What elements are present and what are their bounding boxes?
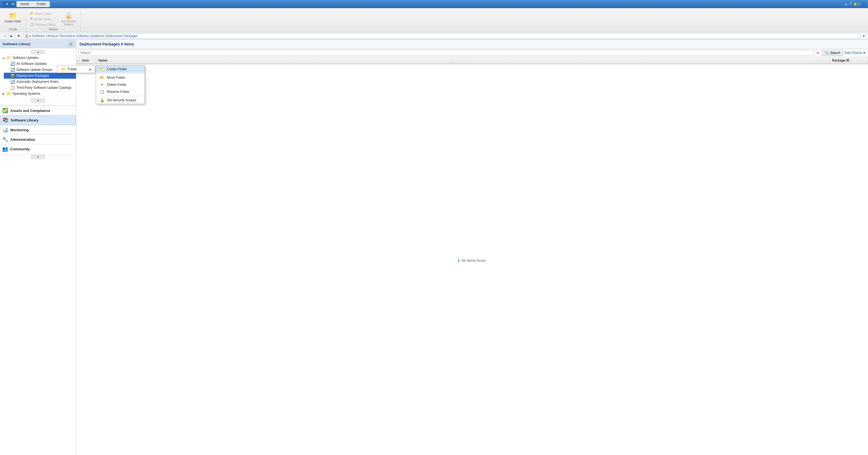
delete-folder-ribbon-label: Delete Folder xyxy=(34,18,52,21)
home-icon: 🏠 xyxy=(25,34,29,38)
search-button[interactable]: 🔍 Search xyxy=(822,50,843,56)
rename-folder-sm-icon: 📋 xyxy=(99,90,105,94)
submenu-set-security-label: Set Security Scopes xyxy=(107,98,136,102)
breadcrumb-software-library[interactable]: Software Library xyxy=(32,34,56,38)
rename-folder-ribbon-button[interactable]: 📋 Rename Folder xyxy=(28,22,58,27)
folder-context-icon: 📁 xyxy=(61,67,66,71)
breadcrumb-overview[interactable]: Overview xyxy=(59,34,73,38)
delete-folder-ribbon-button[interactable]: ✕ Delete Folder xyxy=(28,16,58,22)
search-clear-button[interactable]: ✕ xyxy=(815,50,820,56)
address-bar: ◄ ► ▼ 🏠 ▶ Software Library ▶ Overview ▶ … xyxy=(0,32,868,40)
ribbon-actions-group: 📂 Move Folder ✕ Delete Folder 📋 Rename F… xyxy=(26,9,81,32)
rename-folder-ribbon-icon: 📋 xyxy=(30,23,34,26)
administration-nav-icon: 🔧 xyxy=(2,136,8,143)
all-updates-icon: 🔄 xyxy=(10,62,15,66)
community-nav-icon: 👥 xyxy=(2,146,8,152)
move-folder-ribbon-icon: 📂 xyxy=(30,12,34,15)
address-dropdown-button[interactable]: ▼ xyxy=(16,33,22,39)
submenu-separator-2 xyxy=(96,96,145,96)
create-folder-button[interactable]: 📁 Create Folder xyxy=(2,10,24,24)
tree-scroll-down[interactable]: ▼ xyxy=(31,98,45,103)
rename-folder-ribbon-label: Rename Folder xyxy=(35,23,56,26)
sidebar-nav-software-library[interactable]: 📚 Software Library xyxy=(0,115,76,125)
icon-col-label: Icon xyxy=(82,59,89,62)
sidebar-label-operating-systems: Operating Systems xyxy=(12,92,40,96)
tab-home[interactable]: Home xyxy=(17,1,33,7)
submenu-set-security[interactable]: 🔒 Set Security Scopes xyxy=(96,97,145,104)
sidebar-item-operating-systems[interactable]: ▶ 📁 Operating Systems xyxy=(0,91,76,97)
expand-icon: ▲ xyxy=(845,2,847,6)
create-folder-sm-icon: 📁 xyxy=(99,67,105,71)
sidebar-collapse-button[interactable]: ◄ xyxy=(68,41,73,46)
context-menu-folder-label: Folder xyxy=(68,67,77,71)
column-header-name[interactable]: Name xyxy=(96,57,830,64)
context-menu: 📁 Folder ▶ xyxy=(57,65,95,73)
back-button[interactable]: ◄ xyxy=(2,33,8,39)
submenu-move-folder[interactable]: 📂 Move Folder xyxy=(96,74,145,81)
sidebar-item-software-updates[interactable]: ▲ 📁 Software Updates xyxy=(0,55,76,61)
context-menu-folder[interactable]: 📁 Folder ▶ xyxy=(57,66,95,73)
tree-toggle-software-updates: ▲ xyxy=(2,56,5,59)
search-input[interactable] xyxy=(79,50,814,56)
third-party-icon: 📋 xyxy=(10,86,15,90)
sidebar-nav-community[interactable]: 👥 Community xyxy=(0,144,76,154)
update-groups-icon: 🔄 xyxy=(10,67,15,72)
sidebar-label-third-party-catalogs: Third-Party Software Update Catalogs xyxy=(16,86,71,90)
sidebar-item-automatic-deployment-rules[interactable]: 🔄 Automatic Deployment Rules xyxy=(4,79,76,85)
sidebar-nav-software-library-label: Software Library xyxy=(11,118,39,122)
submenu-rename-folder[interactable]: 📋 Rename Folder xyxy=(96,88,145,95)
submenu-create-folder-label: Create Folder xyxy=(107,67,127,71)
sidebar-nav-assets[interactable]: ✅ Assets and Compliance xyxy=(0,105,76,115)
app-menu-dropdown[interactable]: ▼ xyxy=(2,1,16,7)
software-updates-folder-icon: 📁 xyxy=(6,56,11,60)
nav-scroll-down[interactable]: ▼ xyxy=(31,155,45,159)
move-folder-ribbon-button[interactable]: 📂 Move Folder xyxy=(28,11,58,16)
auto-deployment-icon: 🔄 xyxy=(10,80,15,84)
submenu-delete-folder[interactable]: ✕ Delete Folder xyxy=(96,81,145,88)
sidebar-nav-monitoring[interactable]: 📊 Monitoring xyxy=(0,125,76,134)
create-folder-label: Create Folder xyxy=(5,20,21,23)
submenu-separator-1 xyxy=(96,73,145,73)
delete-folder-ribbon-icon: ✕ xyxy=(30,17,33,21)
sidebar-header: Software Library ◄ xyxy=(0,40,76,48)
column-header-icon[interactable]: Icon xyxy=(80,57,96,64)
submenu: 📁 Create Folder 📂 Move Folder ✕ Delete F… xyxy=(96,65,145,104)
context-menu-arrow: ▶ xyxy=(90,68,92,71)
set-security-scopes-button[interactable]: 🔒 Set SecurityScopes xyxy=(59,10,79,27)
submenu-create-folder[interactable]: 📁 Create Folder xyxy=(96,66,145,73)
sidebar-label-all-software-updates: All Software Updates xyxy=(16,62,47,66)
breadcrumb-expand-button[interactable]: ▼ xyxy=(861,34,866,38)
add-criteria-button[interactable]: Add Criteria ▼ xyxy=(844,51,866,55)
sidebar-nav-administration[interactable]: 🔧 Administration xyxy=(0,134,76,144)
sidebar-label-deployment-packages: Deployment Packages xyxy=(16,74,49,78)
create-folder-icon: 📁 xyxy=(9,12,17,19)
search-icon: 🔍 xyxy=(825,51,829,55)
breadcrumb: 🏠 ▶ Software Library ▶ Overview ▶ Softwa… xyxy=(23,33,860,39)
submenu-move-folder-label: Move Folder xyxy=(107,76,125,80)
deployment-packages-icon: 📦 xyxy=(10,73,15,78)
sidebar-item-deployment-packages[interactable]: 📦 Deployment Packages xyxy=(4,73,76,79)
column-header-package-id[interactable]: Package ID xyxy=(830,57,868,64)
actions-group-label: Actions xyxy=(49,27,58,31)
sidebar-item-third-party-catalogs[interactable]: 📋 Third-Party Software Update Catalogs xyxy=(4,85,76,91)
sidebar-label-automatic-deployment-rules: Automatic Deployment Rules xyxy=(16,80,59,84)
sidebar-title: Software Library xyxy=(3,42,31,46)
delete-folder-sm-icon: ✕ xyxy=(99,83,105,87)
forward-button[interactable]: ► xyxy=(9,33,15,39)
tab-folder[interactable]: Folder xyxy=(33,1,50,7)
set-security-label: Set SecurityScopes xyxy=(61,20,76,26)
monitoring-nav-icon: 📊 xyxy=(2,127,8,133)
create-group-label: Create xyxy=(9,27,17,31)
pkgid-col-label: Package ID xyxy=(832,59,849,62)
notification-icon[interactable]: 🔔 1 xyxy=(854,2,860,6)
actions-buttons: 📂 Move Folder ✕ Delete Folder 📋 Rename F… xyxy=(28,11,58,27)
breadcrumb-deployment-packages[interactable]: Deployment Packages xyxy=(105,34,138,38)
tree-scroll-up[interactable]: ▲ xyxy=(31,50,45,54)
operating-systems-icon: 📁 xyxy=(6,91,11,96)
content-header: Deployment Packages 0 items xyxy=(76,40,868,49)
user-icon[interactable]: 👤 xyxy=(862,2,866,6)
set-security-sm-icon: 🔒 xyxy=(99,98,105,102)
submenu-rename-folder-label: Rename Folder xyxy=(107,90,130,94)
breadcrumb-software-updates[interactable]: Software Updates xyxy=(76,34,102,38)
help-icon[interactable]: ? xyxy=(850,2,851,6)
